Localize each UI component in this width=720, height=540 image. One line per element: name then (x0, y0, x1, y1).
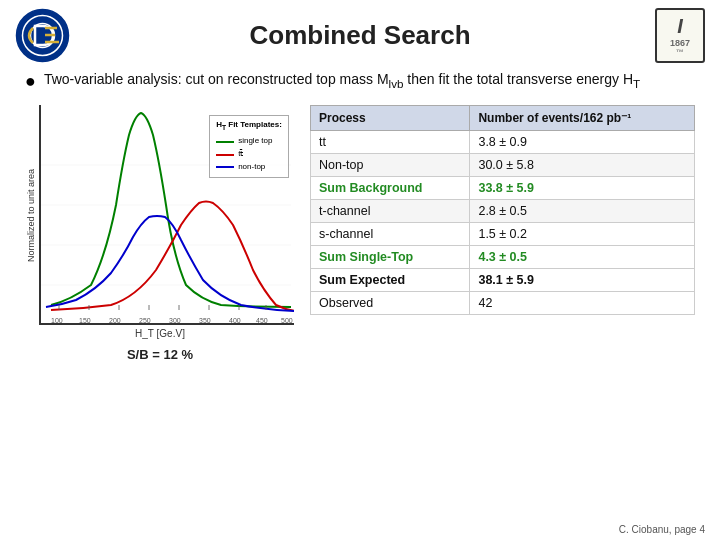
svg-text:150: 150 (79, 317, 91, 324)
svg-text:350: 350 (199, 317, 211, 324)
footer-text: C. Ciobanu, page 4 (619, 524, 705, 535)
institution-logo: I 1867 ™ (655, 8, 705, 63)
table-row: Sum Background33.8 ± 5.9 (311, 177, 695, 200)
bullet-point: ● Two-variable analysis: cut on reconstr… (20, 70, 700, 92)
table-row: s-channel1.5 ± 0.2 (311, 223, 695, 246)
col-events: Number of events/162 pb⁻¹ (470, 106, 695, 131)
cell-value: 1.5 ± 0.2 (470, 223, 695, 246)
chart-container: 100 150 200 250 300 350 400 450 500 (39, 105, 294, 325)
page-title: Combined Search (249, 20, 470, 51)
cell-value: 38.1 ± 5.9 (470, 269, 695, 292)
table-row: t-channel2.8 ± 0.5 (311, 200, 695, 223)
legend-nontop: non-top (216, 161, 282, 174)
svg-text:450: 450 (256, 317, 268, 324)
cell-process: Observed (311, 292, 470, 315)
table-row: tt3.8 ± 0.9 (311, 131, 695, 154)
header: Combined Search I 1867 ™ (0, 0, 720, 70)
cell-value: 33.8 ± 5.9 (470, 177, 695, 200)
svg-text:400: 400 (229, 317, 241, 324)
chart-area: Normalized to unit area (25, 105, 295, 362)
footer: C. Ciobanu, page 4 (619, 524, 705, 535)
chart-canvas: 100 150 200 250 300 350 400 450 500 (39, 105, 294, 325)
cell-value: 2.8 ± 0.5 (470, 200, 695, 223)
main-content: ● Two-variable analysis: cut on reconstr… (0, 70, 720, 362)
cdf-logo (15, 8, 70, 63)
bullet-text: Two-variable analysis: cut on reconstruc… (44, 70, 640, 92)
table-row: Sum Single-Top4.3 ± 0.5 (311, 246, 695, 269)
col-process: Process (311, 106, 470, 131)
legend-single-top: single top (216, 135, 282, 148)
cell-value: 30.0 ± 5.8 (470, 154, 695, 177)
results-table: Process Number of events/162 pb⁻¹ tt3.8 … (310, 105, 695, 315)
svg-text:300: 300 (169, 317, 181, 324)
svg-text:500: 500 (281, 317, 293, 324)
lower-section: Normalized to unit area (20, 105, 700, 362)
svg-text:250: 250 (139, 317, 151, 324)
svg-text:100: 100 (51, 317, 63, 324)
cell-process: t-channel (311, 200, 470, 223)
cell-value: 42 (470, 292, 695, 315)
svg-text:200: 200 (109, 317, 121, 324)
cell-process: Sum Background (311, 177, 470, 200)
chart-y-label: Normalized to unit area (26, 105, 37, 325)
chart-row: Normalized to unit area (26, 105, 294, 325)
svg-point-0 (17, 10, 69, 62)
results-table-area: Process Number of events/162 pb⁻¹ tt3.8 … (310, 105, 695, 315)
sb-ratio-label: S/B = 12 % (127, 347, 193, 362)
chart-x-label: H_T [Ge.V] (135, 328, 185, 339)
cell-process: Sum Expected (311, 269, 470, 292)
cell-value: 4.3 ± 0.5 (470, 246, 695, 269)
bullet-symbol: ● (25, 71, 36, 92)
cell-process: Non-top (311, 154, 470, 177)
table-row: Sum Expected38.1 ± 5.9 (311, 269, 695, 292)
cell-process: s-channel (311, 223, 470, 246)
cell-value: 3.8 ± 0.9 (470, 131, 695, 154)
chart-legend: HT Fit Templates: single top tt̄ (209, 115, 289, 178)
table-row: Non-top30.0 ± 5.8 (311, 154, 695, 177)
cell-process: tt (311, 131, 470, 154)
table-header-row: Process Number of events/162 pb⁻¹ (311, 106, 695, 131)
table-row: Observed42 (311, 292, 695, 315)
cell-process: Sum Single-Top (311, 246, 470, 269)
legend-ttbar: tt̄ (216, 148, 282, 161)
